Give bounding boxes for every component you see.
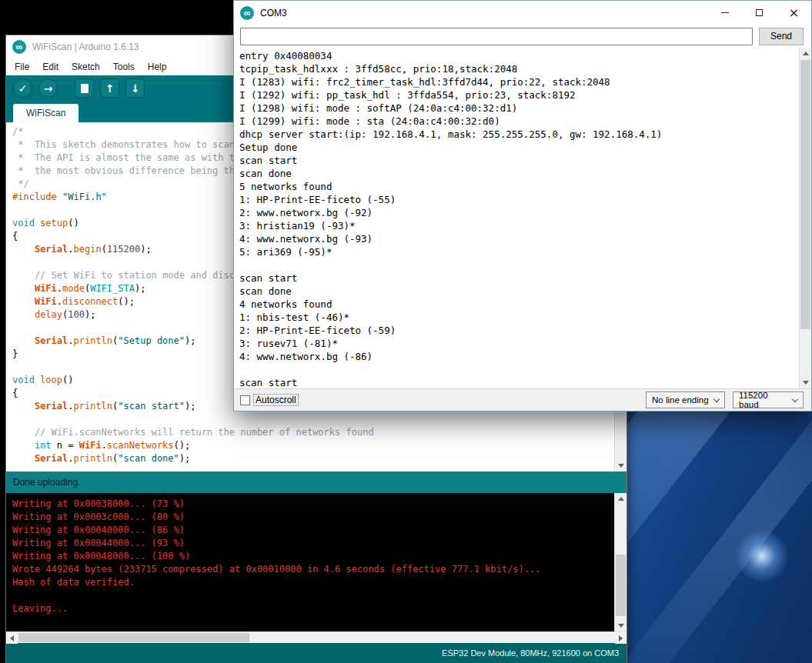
board-status: ESP32 Dev Module, 80MHz, 921600 on COM3 (442, 648, 619, 658)
minimize-icon (721, 12, 729, 13)
triangle-down-icon (618, 624, 624, 628)
ide-status-bar: Done uploading. (6, 471, 627, 493)
new-sketch-button[interactable] (75, 78, 94, 98)
menu-sketch[interactable]: Sketch (72, 62, 100, 72)
serial-monitor-bottombar: Autoscroll No line ending 115200 baud (234, 388, 811, 411)
scroll-down-button[interactable] (800, 377, 811, 388)
serial-input-row: Send (234, 25, 811, 48)
menu-help[interactable]: Help (148, 62, 167, 72)
scroll-right-button[interactable] (615, 632, 627, 644)
scroll-down-button[interactable] (615, 460, 627, 471)
baud-rate-value: 115200 baud (739, 391, 787, 409)
console-output: Writing at 0x00038000... (73 %) Writing … (12, 498, 611, 615)
serial-monitor-window: ∞ COM3 × Send entry 0x40080034 tcpip_tas… (233, 0, 812, 411)
serial-output-area[interactable]: entry 0x40080034 tcpip_task_hdlxxx : 3ff… (234, 48, 811, 388)
close-icon: × (789, 7, 799, 19)
desktop: ∞ WiFiScan | Arduino 1.6.13 FileEditSket… (0, 0, 812, 663)
menu-file[interactable]: File (15, 62, 29, 72)
maximize-icon (756, 9, 763, 16)
ide-footer-bar: ESP32 Dev Module, 80MHz, 921600 on COM3 (6, 643, 627, 663)
window-controls: × (707, 1, 811, 25)
serial-monitor-title: COM3 (260, 8, 287, 18)
open-sketch-button[interactable]: ↑ (100, 78, 119, 98)
autoscroll-group: Autoscroll (240, 394, 299, 406)
status-message: Done uploading. (13, 477, 80, 488)
autoscroll-label[interactable]: Autoscroll (253, 394, 299, 406)
code-line: // WiFi.scanNetworks will return the num… (12, 426, 613, 439)
send-button[interactable]: Send (759, 28, 804, 45)
scrollbar-thumb[interactable] (800, 60, 810, 329)
autoscroll-checkbox[interactable] (240, 395, 250, 405)
baud-rate-select[interactable]: 115200 baud (733, 391, 804, 408)
verify-button[interactable]: ✓ (13, 78, 32, 98)
save-sketch-button[interactable]: ↓ (125, 78, 145, 98)
serial-input[interactable] (240, 28, 753, 45)
arrow-down-icon: ↓ (131, 83, 140, 94)
arduino-logo-icon: ∞ (12, 40, 26, 54)
code-line: int n = WiFi.scanNetworks(); (12, 439, 613, 452)
triangle-up-icon (803, 52, 809, 55)
scrollbar-thumb[interactable] (18, 633, 249, 642)
chevron-down-icon (713, 395, 720, 401)
infinity-glyph: ∞ (244, 8, 251, 18)
ide-console[interactable]: Writing at 0x00038000... (73 %) Writing … (6, 493, 627, 631)
arduino-logo-icon: ∞ (240, 6, 254, 20)
check-icon: ✓ (18, 83, 28, 94)
maximize-button[interactable] (742, 1, 777, 25)
ide-window-title: WiFiScan | Arduino 1.6.13 (32, 42, 139, 52)
arrow-up-icon: ↑ (105, 83, 115, 94)
close-button[interactable]: × (777, 1, 811, 25)
line-ending-value: No line ending (652, 395, 709, 405)
triangle-down-icon (618, 464, 624, 468)
menu-tools[interactable]: Tools (113, 62, 135, 72)
minimize-button[interactable] (707, 1, 742, 25)
line-ending-select[interactable]: No line ending (646, 391, 725, 408)
triangle-right-icon (619, 635, 623, 641)
wallpaper-glow (735, 529, 789, 583)
triangle-up-icon (618, 497, 624, 501)
scroll-up-button[interactable] (615, 493, 627, 505)
scrollbar-thumb[interactable] (616, 555, 626, 616)
scroll-up-button[interactable] (800, 48, 811, 59)
serial-output: entry 0x40080034 tcpip_task_hdlxxx : 3ff… (239, 49, 796, 388)
chevron-down-icon (792, 395, 798, 401)
serial-vertical-scrollbar[interactable] (799, 48, 811, 388)
document-icon (81, 84, 89, 93)
menu-edit[interactable]: Edit (42, 62, 58, 72)
serial-monitor-titlebar[interactable]: ∞ COM3 × (234, 1, 811, 25)
console-vertical-scrollbar[interactable] (614, 493, 627, 631)
console-horizontal-scrollbar[interactable] (6, 631, 627, 643)
scroll-left-button[interactable] (6, 632, 18, 644)
upload-button[interactable]: → (38, 78, 58, 98)
triangle-left-icon (10, 635, 14, 641)
scroll-down-button[interactable] (615, 620, 627, 631)
triangle-down-icon (803, 381, 809, 385)
code-line: Serial.println("scan done"); (12, 452, 613, 465)
arrow-right-icon: → (44, 83, 53, 94)
tab-wifiscan[interactable]: WiFiScan (13, 104, 79, 122)
serial-options: No line ending 115200 baud (646, 391, 804, 408)
code-line (12, 413, 613, 426)
infinity-glyph: ∞ (16, 42, 23, 52)
